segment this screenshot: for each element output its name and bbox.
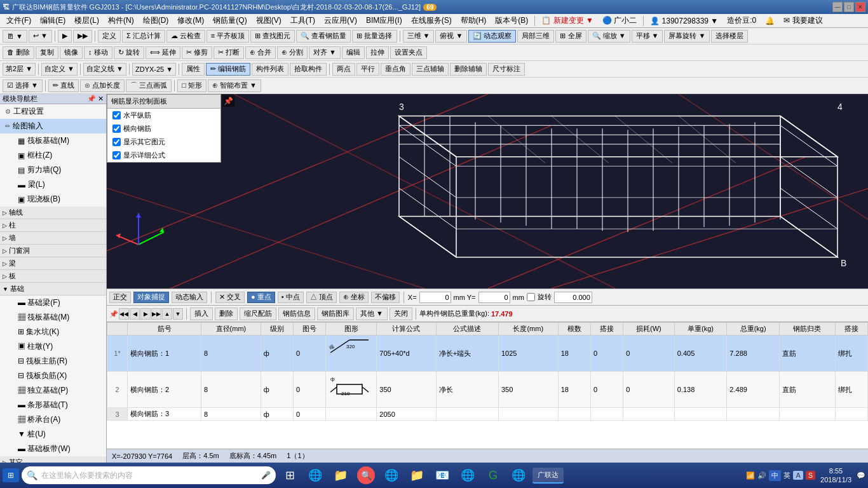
define-select[interactable]: 自定义 ▼ [41, 63, 78, 76]
nav-group-found[interactable]: ▼基础 [0, 283, 106, 295]
menu-phone[interactable]: 👤 13907298339 ▼ [646, 15, 722, 27]
tb-perp-angle[interactable]: 垂点角 [381, 63, 410, 76]
tb-3d[interactable]: 三维 ▼ [403, 30, 435, 43]
menu-rebar-qty[interactable]: 钢筋量(Q) [209, 14, 250, 27]
nav-first[interactable]: ◀◀ [119, 308, 129, 320]
taskbar-app-folder[interactable]: 📁 [405, 464, 428, 487]
nav-project-settings[interactable]: ⚙ 工程设置 [0, 104, 106, 119]
tb-copy[interactable]: 复制 [36, 46, 58, 59]
menu-cloud[interactable]: 云应用(V) [320, 14, 361, 27]
tray-notification[interactable]: 💬 [857, 471, 865, 480]
table-area[interactable]: 筋号 直径(mm) 级别 图号 图形 计算公式 公式描述 长度(mm) 根数 搭… [107, 322, 868, 449]
check-show-formula-input[interactable] [112, 151, 121, 159]
tb-component-list[interactable]: 构件列表 [252, 63, 288, 76]
tb-partial-3d[interactable]: 局部三维 [517, 30, 554, 43]
nav-pile[interactable]: ▼ 桩(U) [5, 427, 106, 442]
nav-down[interactable]: ▼ [173, 308, 183, 320]
btn-mid-point[interactable]: • 中点 [278, 292, 304, 303]
tb-edit-prop[interactable]: 编辑 [342, 46, 365, 59]
tb-smart-place[interactable]: ⊕ 智能布置 ▼ [208, 79, 261, 92]
tb-summary[interactable]: Σ 汇总计算 [122, 30, 165, 43]
tb-split[interactable]: ⊕ 分割 [277, 46, 308, 59]
taskbar-app-browser1[interactable]: 🌐 [304, 464, 327, 487]
define-line[interactable]: 自定义线 ▼ [83, 63, 126, 76]
taskbar-app-g[interactable]: G [482, 464, 505, 487]
input-y[interactable] [478, 292, 510, 303]
nav-ind-found[interactable]: ▦ 独立基础(P) [5, 383, 106, 398]
tb-define[interactable]: 定义 [98, 30, 121, 43]
table-row[interactable]: 1* 横向钢筋：1 8 ф 0 320 端 [107, 336, 868, 372]
nav-frame-col[interactable]: ▣ 框柱(Z) [5, 148, 106, 163]
tb-property[interactable]: 属性 [182, 63, 205, 76]
tray-ime-zh[interactable]: 中 [769, 470, 781, 481]
taskbar-app-mail[interactable]: 📧 [431, 464, 454, 487]
nav-group-other[interactable]: ▷其它 [0, 456, 106, 463]
menu-price[interactable]: 造价豆:0 [723, 14, 760, 27]
nav-found-raft[interactable]: ▦ 筏板基础(M) [5, 310, 106, 325]
menu-guang-xiao-er[interactable]: 🔵 广小二 [599, 14, 641, 27]
check-show-others[interactable]: 显示其它图元 [107, 135, 220, 149]
nav-pile-cap[interactable]: ▦ 桥承台(A) [5, 412, 106, 427]
input-x[interactable] [419, 292, 451, 303]
btn-rebar-lib[interactable]: 钢筋图库 [317, 308, 354, 320]
nav-prev[interactable]: ◀ [130, 308, 140, 320]
tb-undo[interactable]: ↩ ▼ [29, 30, 52, 43]
menu-view[interactable]: 视图(V) [252, 14, 285, 27]
tb-extend[interactable]: ⟺ 延伸 [146, 46, 180, 59]
minimize-button[interactable]: — [832, 2, 843, 12]
btn-key-point[interactable]: ● 重点 [247, 292, 275, 303]
tb-select-floor[interactable]: 选择楼层 [711, 30, 748, 43]
check-show-formula[interactable]: 显示详细公式 [107, 149, 220, 162]
menu-help[interactable]: 帮助(H) [457, 14, 491, 27]
menu-edit[interactable]: 编辑(E) [36, 14, 69, 27]
btn-dynamic-input[interactable]: 动态输入 [172, 292, 207, 303]
nav-group-slab[interactable]: ▷板 [0, 270, 106, 283]
tb-rotate[interactable]: ↻ 旋转 [114, 46, 144, 59]
tb-edit-rebar[interactable]: ✏ 编辑钢筋 [206, 63, 250, 76]
table-row[interactable]: 2 横向钢筋：2 8 ф 0 ф 21 [107, 372, 868, 408]
taskbar-app-store[interactable]: ⊞ [278, 464, 301, 487]
tb-del-aux[interactable]: 删除辅轴 [450, 63, 487, 76]
tb-dim[interactable]: 尺寸标注 [488, 63, 525, 76]
input-rotate[interactable] [554, 292, 592, 303]
tb-fullscreen[interactable]: ⊞ 全屏 [555, 30, 586, 43]
tb-topview[interactable]: 俯视 ▼ [435, 30, 467, 43]
tb-cloud-check[interactable]: ☁ 云检查 [166, 30, 205, 43]
nav-shear-wall[interactable]: ▤ 剪力墙(Q) [5, 163, 106, 177]
rotate-checkbox[interactable] [527, 293, 535, 301]
tray-ime-en[interactable]: 英 [783, 471, 790, 480]
tb-play[interactable]: ▶ [58, 30, 72, 43]
btn-rebar-info[interactable]: 钢筋信息 [278, 308, 315, 320]
menu-modify[interactable]: 修改(M) [173, 14, 208, 27]
tb-rect[interactable]: □ 矩形 [177, 79, 207, 92]
btn-ortho[interactable]: 正交 [109, 292, 131, 303]
btn-coord[interactable]: ⊕ 坐标 [339, 292, 369, 303]
tb-new-file[interactable]: 🖹 ▼ [3, 30, 27, 43]
viewport-pin[interactable]: 📌 [222, 95, 234, 107]
tb-stretch[interactable]: 拉伸 [366, 46, 389, 59]
menu-file[interactable]: 文件(F) [3, 14, 35, 27]
menu-draw[interactable]: 绘图(D) [139, 14, 173, 27]
taskbar-app-files[interactable]: 📁 [329, 464, 352, 487]
tb-select[interactable]: ☑ 选择 ▼ [3, 79, 43, 92]
tb-mirror[interactable]: 镜像 [60, 46, 83, 59]
tray-volume[interactable]: 🔊 [757, 471, 766, 480]
close-button[interactable]: ✕ [855, 2, 865, 12]
taskbar-search-box[interactable]: 🔍 在这里输入你要搜索的内容 🎤 [22, 466, 276, 484]
menu-version[interactable]: 版本号(B) [491, 14, 532, 27]
tb-pan[interactable]: 平移 ▼ [632, 30, 663, 43]
check-horiz-bar[interactable]: 水平纵筋 [107, 109, 220, 122]
tb-pick-component[interactable]: 拾取构件 [290, 63, 327, 76]
nav-group-beam[interactable]: ▷梁 [0, 257, 106, 270]
nav-last[interactable]: ▶▶ [151, 308, 161, 320]
tb-trim[interactable]: ✂ 修剪 [182, 46, 212, 59]
viewport-3d[interactable]: 钢筋显示控制面板 水平纵筋 横向钢筋 显示其它图元 [107, 94, 868, 288]
tb-move[interactable]: ↕ 移动 [84, 46, 112, 59]
tb-set-grip[interactable]: 设置夹点 [390, 46, 427, 59]
btn-no-offset[interactable]: 不偏移 [371, 292, 400, 303]
tb-break[interactable]: ✂ 打断 [214, 46, 244, 59]
nav-raft-neg-bar[interactable]: ⊟ 筏板负筋(X) [5, 369, 106, 383]
tb-ff[interactable]: ▶▶ [73, 30, 92, 43]
nav-raft-main-bar[interactable]: ⊟ 筏板主筋(R) [5, 354, 106, 369]
nav-group-col[interactable]: ▷柱 [0, 219, 106, 232]
